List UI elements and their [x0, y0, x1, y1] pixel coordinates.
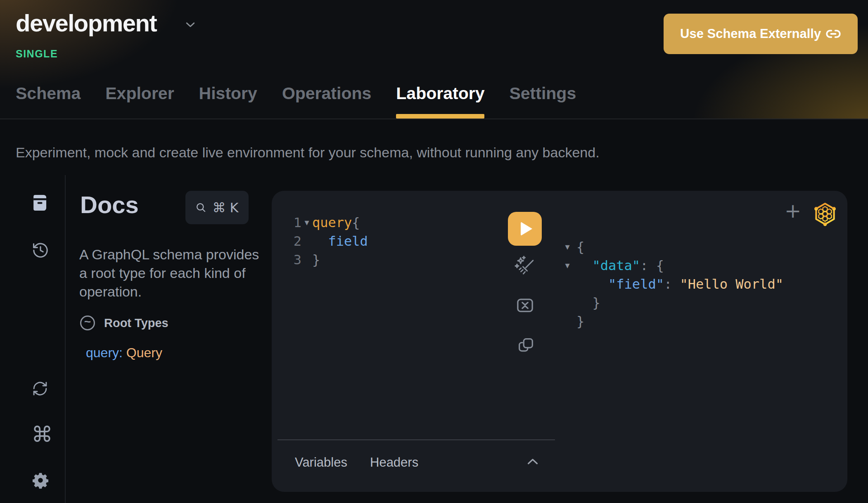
tab-variables[interactable]: Variables: [295, 455, 347, 470]
root-type-query-link[interactable]: query: Query: [86, 345, 162, 361]
root-types-label: Root Types: [104, 316, 168, 330]
copy-query-button[interactable]: [516, 336, 535, 357]
target-switcher-dropdown[interactable]: [183, 18, 197, 31]
merge-icon: [515, 296, 535, 315]
merge-fragments-button[interactable]: [515, 296, 535, 317]
prettify-button[interactable]: [514, 255, 535, 278]
laboratory-page: development SINGLE Use Schema Externally…: [0, 0, 868, 503]
refresh-icon: [31, 380, 49, 397]
root-types-section-header[interactable]: ~ Root Types: [80, 316, 168, 330]
target-name-title: development: [16, 9, 157, 37]
add-tab-button[interactable]: +: [783, 202, 803, 221]
query-editor[interactable]: 1▾query{2 field3}: [282, 213, 368, 269]
execute-query-button[interactable]: [508, 212, 542, 246]
docs-panel-button[interactable]: [32, 193, 48, 214]
gear-icon: [32, 472, 49, 489]
docs-search-button[interactable]: ⌘ K: [185, 191, 249, 224]
top-nav-tabs: Schema Explorer History Operations Labor…: [16, 79, 576, 119]
shortcuts-button[interactable]: ⌘: [31, 424, 53, 445]
prettify-sparkle-icon: [514, 255, 535, 277]
reload-schema-button[interactable]: [31, 380, 49, 399]
search-icon: [195, 202, 206, 213]
root-type-name[interactable]: Query: [126, 345, 162, 360]
docs-description: A GraphQL schema provides a root type fo…: [79, 245, 259, 301]
play-icon: [521, 222, 532, 236]
command-icon: ⌘: [31, 422, 53, 447]
env-type-badge: SINGLE: [16, 48, 58, 60]
tab-history[interactable]: History: [199, 84, 257, 119]
root-types-icon: ~: [80, 316, 95, 330]
chevron-up-icon: [525, 457, 540, 467]
page-header: development SINGLE Use Schema Externally…: [0, 0, 868, 119]
book-icon: [32, 193, 48, 212]
copy-icon: [516, 336, 535, 355]
root-field-name: query: [86, 345, 119, 360]
tab-laboratory[interactable]: Laboratory: [396, 84, 484, 119]
tab-schema[interactable]: Schema: [16, 84, 81, 119]
link-icon: [825, 26, 841, 42]
history-panel-button[interactable]: [31, 241, 50, 261]
hive-logo-icon[interactable]: [812, 201, 838, 229]
lab-settings-button[interactable]: [32, 472, 49, 491]
response-viewer: ▾{▾ "data": { "field": "Hello World" }}: [558, 237, 783, 330]
root-field-separator: :: [119, 345, 126, 360]
use-schema-externally-label: Use Schema Externally: [680, 26, 821, 41]
editor-footer-divider: [277, 439, 555, 440]
tab-settings[interactable]: Settings: [509, 84, 576, 119]
tab-operations[interactable]: Operations: [282, 84, 371, 119]
collapse-editor-tools-button[interactable]: [525, 457, 540, 468]
rail-divider: [65, 175, 66, 503]
tab-explorer[interactable]: Explorer: [105, 84, 174, 119]
history-icon: [31, 241, 50, 259]
page-subtitle: Experiment, mock and create live environ…: [16, 145, 600, 161]
docs-panel-title: Docs: [80, 191, 139, 218]
chevron-down-icon: [183, 18, 197, 31]
use-schema-externally-button[interactable]: Use Schema Externally: [664, 14, 858, 54]
tab-headers[interactable]: Headers: [370, 455, 418, 470]
search-shortcut-label: ⌘ K: [212, 200, 238, 216]
